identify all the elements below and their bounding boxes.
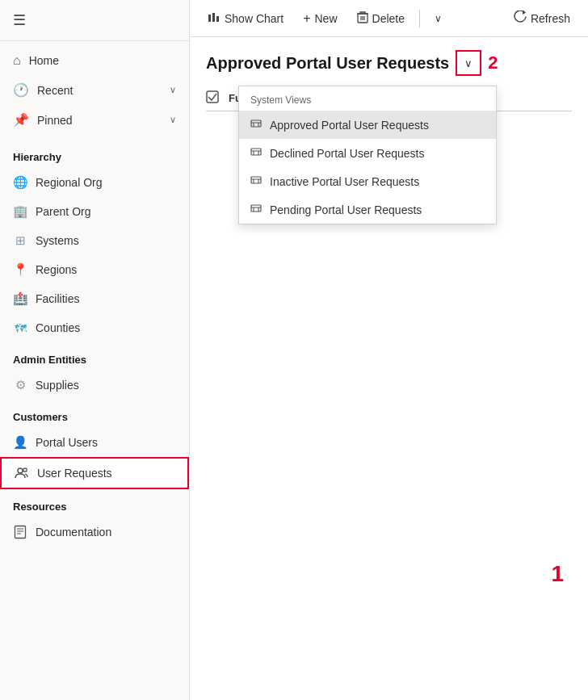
view-icon — [250, 118, 262, 132]
sidebar-nav: ⌂ Home 🕐 Recent ∨ 📌 Pinned ∨ — [0, 41, 189, 140]
layers-icon: ⊞ — [13, 233, 27, 248]
pin-icon: 📌 — [13, 112, 29, 128]
users-icon — [15, 466, 29, 480]
svg-rect-8 — [251, 120, 261, 127]
svg-rect-11 — [251, 205, 261, 212]
hamburger-icon[interactable]: ☰ — [13, 12, 26, 28]
facilities-label: Facilities — [36, 292, 79, 305]
admin-entities-heading: Admin Entities — [0, 342, 189, 371]
sidebar-item-counties[interactable]: 🗺 Counties — [0, 313, 189, 342]
sidebar-item-regions[interactable]: 📍 Regions — [0, 255, 189, 284]
refresh-icon — [514, 10, 527, 26]
chevron-down-icon: ∨ — [435, 13, 442, 24]
view-icon-4 — [250, 203, 262, 216]
dropdown-item-declined-label: Declined Portal User Requests — [270, 147, 424, 160]
trash-icon — [357, 10, 368, 26]
chevron-down-button[interactable]: ∨ — [426, 8, 450, 29]
dropdown-section-title: System Views — [239, 86, 496, 111]
sidebar-item-regional-org[interactable]: 🌐 Regional Org — [0, 168, 189, 197]
step-badge-2: 2 — [488, 52, 498, 73]
sidebar-item-pinned-label: Pinned — [37, 114, 73, 127]
pinned-chevron-icon: ∨ — [170, 115, 176, 125]
step-badge-1: 1 — [551, 561, 564, 587]
main-content: Show Chart + New Delete ∨ — [190, 0, 588, 700]
view-dropdown-menu: System Views Approved Portal User Reques… — [238, 86, 497, 224]
refresh-label: Refresh — [531, 12, 570, 25]
user-requests-label: User Requests — [37, 467, 112, 480]
documentation-label: Documentation — [36, 526, 111, 539]
dropdown-item-declined[interactable]: Declined Portal User Requests — [239, 139, 496, 167]
user-icon: 👤 — [13, 435, 27, 450]
sidebar-item-home[interactable]: ⌂ Home — [0, 46, 189, 75]
dropdown-item-inactive[interactable]: Inactive Portal User Requests — [239, 167, 496, 195]
plus-icon: + — [303, 11, 310, 26]
svg-rect-3 — [208, 15, 211, 22]
table-select-all[interactable] — [206, 90, 229, 106]
resources-heading: Resources — [0, 489, 189, 518]
svg-point-0 — [18, 468, 23, 473]
content-area: Approved Portal User Requests ∨ 2 System… — [190, 37, 588, 700]
toolbar: Show Chart + New Delete ∨ — [190, 0, 588, 37]
counties-label: Counties — [36, 321, 80, 334]
hospital-icon: 🏥 — [13, 291, 27, 306]
show-chart-button[interactable]: Show Chart — [200, 6, 292, 30]
svg-rect-2 — [15, 526, 26, 539]
sidebar-item-user-requests[interactable]: User Requests — [0, 457, 189, 489]
customers-heading: Customers — [0, 400, 189, 428]
delete-button[interactable]: Delete — [349, 6, 413, 31]
new-label: New — [315, 12, 338, 25]
regional-org-label: Regional Org — [36, 176, 103, 189]
sidebar-item-facilities[interactable]: 🏥 Facilities — [0, 284, 189, 313]
svg-rect-9 — [251, 149, 261, 155]
sidebar-item-home-label: Home — [29, 54, 59, 67]
view-icon-3 — [250, 174, 262, 188]
sidebar-item-parent-org[interactable]: 🏢 Parent Org — [0, 197, 189, 226]
systems-label: Systems — [36, 234, 79, 247]
document-icon — [13, 525, 27, 539]
portal-users-label: Portal Users — [36, 436, 98, 449]
page-title: Approved Portal User Requests — [206, 54, 449, 73]
delete-label: Delete — [372, 12, 405, 25]
dropdown-item-inactive-label: Inactive Portal User Requests — [270, 175, 419, 188]
svg-rect-4 — [212, 13, 215, 22]
svg-rect-10 — [251, 177, 261, 183]
new-button[interactable]: + New — [295, 6, 345, 31]
building-icon: 🏢 — [13, 204, 27, 219]
view-icon-2 — [250, 146, 262, 160]
dropdown-item-pending[interactable]: Pending Portal User Requests — [239, 195, 496, 224]
dropdown-item-approved-label: Approved Portal User Requests — [270, 119, 429, 132]
location-icon: 📍 — [13, 262, 27, 277]
sidebar-item-recent[interactable]: 🕐 Recent ∨ — [0, 75, 189, 105]
refresh-button[interactable]: Refresh — [506, 6, 578, 31]
home-icon: ⌂ — [13, 53, 21, 68]
sidebar: ☰ ⌂ Home 🕐 Recent ∨ 📌 Pinned ∨ Hierarchy… — [0, 0, 190, 700]
chevron-down-icon: ∨ — [464, 57, 472, 69]
show-chart-label: Show Chart — [225, 12, 284, 25]
dropdown-item-pending-label: Pending Portal User Requests — [270, 203, 422, 216]
globe-icon: 🌐 — [13, 175, 27, 190]
sidebar-header: ☰ — [0, 0, 189, 41]
sidebar-item-systems[interactable]: ⊞ Systems — [0, 226, 189, 255]
sidebar-item-pinned[interactable]: 📌 Pinned ∨ — [0, 105, 189, 135]
hierarchy-heading: Hierarchy — [0, 140, 189, 168]
svg-point-1 — [23, 468, 27, 472]
show-chart-icon — [208, 11, 220, 25]
sidebar-item-recent-label: Recent — [37, 84, 73, 97]
dropdown-item-approved[interactable]: Approved Portal User Requests — [239, 111, 496, 139]
supplies-label: Supplies — [36, 379, 79, 392]
svg-rect-6 — [208, 11, 220, 12]
sidebar-item-documentation[interactable]: Documentation — [0, 518, 189, 547]
view-dropdown-button[interactable]: ∨ — [456, 50, 481, 76]
regions-label: Regions — [36, 263, 77, 276]
parent-org-label: Parent Org — [36, 205, 90, 218]
county-icon: 🗺 — [13, 321, 27, 335]
sidebar-item-portal-users[interactable]: 👤 Portal Users — [0, 428, 189, 457]
gear-icon: ⚙ — [13, 378, 27, 392]
toolbar-separator — [419, 10, 420, 27]
svg-rect-5 — [216, 16, 219, 22]
sidebar-item-supplies[interactable]: ⚙ Supplies — [0, 371, 189, 400]
recent-chevron-icon: ∨ — [170, 85, 176, 95]
page-header: Approved Portal User Requests ∨ 2 — [206, 50, 572, 76]
recent-icon: 🕐 — [13, 82, 29, 98]
